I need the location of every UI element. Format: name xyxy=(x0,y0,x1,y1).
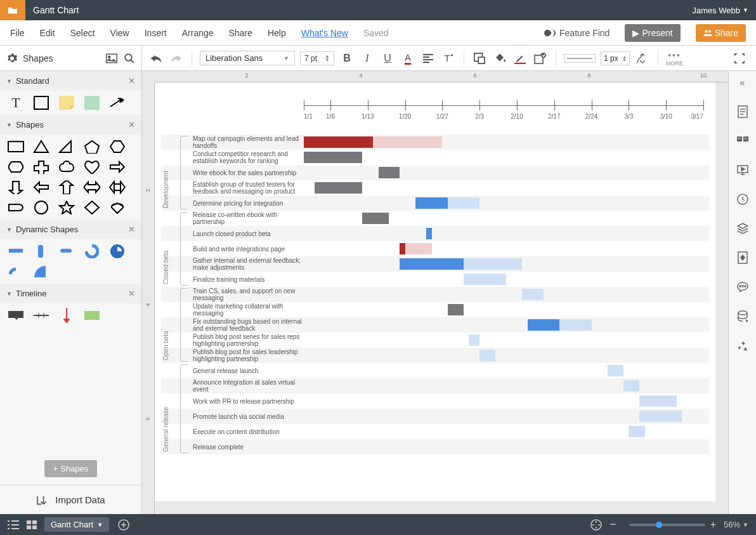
line-shape-button[interactable] xyxy=(635,51,650,66)
section-timeline[interactable]: ▼ Timeline ✕ xyxy=(0,284,141,303)
dyn-shape[interactable] xyxy=(33,244,49,258)
share-button[interactable]: Share xyxy=(696,24,746,42)
target-icon[interactable] xyxy=(590,519,602,531)
gantt-bar[interactable] xyxy=(315,182,363,194)
section-shapes[interactable]: ▼ Shapes ✕ xyxy=(0,115,141,135)
zoom-slider[interactable] xyxy=(629,524,705,526)
magic-icon[interactable] xyxy=(735,338,750,353)
menu-view[interactable]: View xyxy=(110,28,129,38)
gear-icon[interactable] xyxy=(6,53,18,64)
import-data-button[interactable]: Import Data xyxy=(0,485,141,514)
shape-item[interactable] xyxy=(33,140,49,154)
line-style-select[interactable] xyxy=(564,54,596,63)
gantt-row[interactable]: Build and write integrations page xyxy=(161,241,709,256)
page-tab[interactable]: Gantt Chart▼ xyxy=(44,517,109,532)
shape-item[interactable] xyxy=(8,160,24,174)
align-button[interactable] xyxy=(420,51,436,66)
theme-icon[interactable] xyxy=(735,250,750,265)
gantt-row[interactable]: Release complete xyxy=(161,439,709,454)
dyn-shape[interactable] xyxy=(109,244,126,258)
user-menu[interactable]: James Webb▼ xyxy=(684,6,756,15)
shape-item[interactable] xyxy=(109,201,126,215)
shape-item[interactable] xyxy=(109,180,126,194)
gantt-row[interactable]: Establish group of trusted testers for f… xyxy=(161,180,709,195)
gantt-row[interactable]: Gather internal and external feedback; m… xyxy=(161,256,709,272)
search-icon[interactable] xyxy=(124,53,135,64)
fill-button[interactable] xyxy=(492,51,507,66)
gantt-bar[interactable] xyxy=(639,411,682,422)
gantt-row[interactable]: Launch closed product beta xyxy=(161,226,709,241)
shape-style-button[interactable] xyxy=(472,51,487,66)
gantt-bar[interactable] xyxy=(426,228,431,239)
font-size-select[interactable]: 7 pt▲▼ xyxy=(300,51,334,65)
comment-icon[interactable]: '''' xyxy=(735,133,750,149)
menu-arrange[interactable]: Arrange xyxy=(182,28,214,38)
shape-item[interactable] xyxy=(33,201,49,215)
presentation-icon[interactable] xyxy=(735,162,750,178)
tl-shape[interactable] xyxy=(8,308,24,322)
gantt-bar[interactable] xyxy=(623,380,639,392)
gantt-bar[interactable] xyxy=(379,167,400,178)
gantt-bar[interactable] xyxy=(304,136,373,148)
gantt-row[interactable]: Update marketing collateral with messagi… xyxy=(161,302,709,317)
dyn-shape[interactable] xyxy=(33,265,49,279)
menu-share[interactable]: Share xyxy=(229,28,252,38)
tl-shape[interactable] xyxy=(84,308,100,322)
chat-icon[interactable] xyxy=(735,279,750,294)
underline-button[interactable]: U xyxy=(380,51,395,66)
gantt-row[interactable]: Fix outstanding bugs based on internal a… xyxy=(161,317,709,333)
shape-item[interactable] xyxy=(8,140,24,154)
menu-insert[interactable]: Insert xyxy=(145,28,167,38)
block-shape[interactable] xyxy=(84,96,100,110)
gantt-bar[interactable] xyxy=(608,365,623,376)
bold-button[interactable]: B xyxy=(339,51,355,66)
gantt-row[interactable]: Determine pricing for integration xyxy=(161,195,709,211)
shape-item[interactable] xyxy=(84,160,100,174)
redo-button[interactable] xyxy=(169,51,184,66)
stroke-width-select[interactable]: 1 px▲▼ xyxy=(601,51,630,65)
gantt-row[interactable]: Work with PR to release partnership xyxy=(161,393,709,409)
grid-view-icon[interactable] xyxy=(27,520,37,529)
gantt-row[interactable]: Announce integration at sales virtual ev… xyxy=(161,378,709,393)
dyn-shape[interactable] xyxy=(8,244,24,258)
gantt-row[interactable]: Finalize training materials xyxy=(161,272,709,287)
shape-options-button[interactable] xyxy=(533,51,548,66)
gantt-bar[interactable] xyxy=(304,152,362,163)
menu-edit[interactable]: Edit xyxy=(40,28,55,38)
note-shape[interactable] xyxy=(58,96,75,110)
data-icon[interactable] xyxy=(735,308,750,324)
present-button[interactable]: ▶Present xyxy=(625,24,680,42)
shape-item[interactable] xyxy=(84,201,100,215)
gantt-row[interactable]: Conduct competitior research and establi… xyxy=(161,150,709,165)
list-view-icon[interactable] xyxy=(8,520,19,529)
tl-shape[interactable] xyxy=(58,308,75,322)
font-select[interactable]: Liberation Sans▼ xyxy=(200,51,295,65)
gantt-bar[interactable] xyxy=(559,319,591,331)
tl-shape[interactable] xyxy=(33,308,49,322)
gantt-row[interactable]: Write ebook for the sales partnership xyxy=(161,165,709,180)
close-icon[interactable]: ✕ xyxy=(128,76,135,86)
menu-help[interactable]: Help xyxy=(268,28,286,38)
shape-item[interactable] xyxy=(109,140,126,154)
gantt-bar[interactable] xyxy=(464,258,522,270)
undo-button[interactable] xyxy=(148,51,164,66)
zoom-out-button[interactable]: − xyxy=(609,518,616,531)
gantt-bar[interactable] xyxy=(528,319,559,331)
canvas[interactable]: 1/11/61/131/201/272/32/102/172/243/33/10… xyxy=(155,83,715,501)
more-button[interactable]: ••• MORE xyxy=(666,50,683,67)
close-icon[interactable]: ✕ xyxy=(128,289,135,298)
close-icon[interactable]: ✕ xyxy=(128,120,135,129)
close-icon[interactable]: ✕ xyxy=(128,225,135,234)
gantt-bar[interactable] xyxy=(400,243,405,254)
text-transform-button[interactable]: T◂ xyxy=(441,51,456,66)
feature-find-button[interactable]: Feature Find xyxy=(544,28,609,38)
history-icon[interactable] xyxy=(735,192,750,207)
dyn-shape[interactable] xyxy=(84,244,100,258)
gantt-bar[interactable] xyxy=(469,334,479,346)
gantt-row[interactable]: Publish blog post for sales leadership h… xyxy=(161,348,709,363)
gantt-row[interactable]: General release launch xyxy=(161,363,709,378)
gantt-bar[interactable] xyxy=(400,258,464,270)
shape-item[interactable] xyxy=(33,160,49,174)
shape-item[interactable] xyxy=(8,180,24,194)
fullscreen-button[interactable] xyxy=(734,53,745,63)
